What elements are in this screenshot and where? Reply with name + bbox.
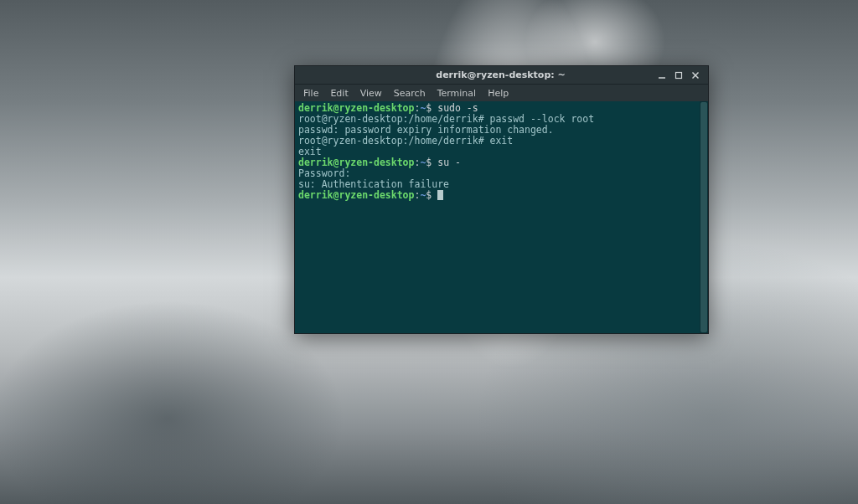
maximize-icon	[675, 71, 683, 80]
menu-view[interactable]: View	[355, 86, 387, 100]
menu-terminal[interactable]: Terminal	[432, 86, 482, 100]
prompt-user: derrik@ryzen-desktop	[298, 102, 414, 114]
menu-file[interactable]: File	[298, 86, 323, 100]
scrollbar-thumb[interactable]	[700, 102, 707, 332]
prompt-symbol: $	[426, 157, 437, 168]
terminal-line: derrik@ryzen-desktop:~$ su -	[298, 157, 705, 168]
window-title: derrik@ryzen-desktop: ~	[347, 69, 654, 80]
prompt-symbol: $	[426, 189, 437, 201]
terminal-line: derrik@ryzen-desktop:~$	[298, 190, 705, 201]
prompt-symbol: $	[426, 102, 437, 114]
minimize-icon	[658, 71, 666, 80]
close-icon	[691, 71, 700, 80]
prompt-user: derrik@ryzen-desktop	[298, 189, 414, 201]
terminal-content-area[interactable]: derrik@ryzen-desktop:~$ sudo -s root@ryz…	[295, 101, 708, 333]
menubar: File Edit View Search Terminal Help	[295, 85, 708, 101]
menu-search[interactable]: Search	[389, 86, 431, 100]
terminal-window: derrik@ryzen-desktop: ~ File Edit	[294, 65, 709, 334]
cursor-icon	[437, 190, 443, 200]
window-titlebar[interactable]: derrik@ryzen-desktop: ~	[295, 66, 708, 85]
close-button[interactable]	[688, 69, 703, 82]
minimize-button[interactable]	[654, 69, 669, 82]
prompt-user: derrik@ryzen-desktop	[298, 157, 414, 168]
command-text: su -	[437, 157, 461, 168]
terminal-line: root@ryzen-desktop:/home/derrik# exit	[298, 136, 705, 147]
command-text: sudo -s	[437, 102, 478, 114]
window-controls	[654, 69, 703, 82]
maximize-button[interactable]	[671, 69, 686, 82]
svg-rect-1	[676, 72, 682, 78]
menu-edit[interactable]: Edit	[325, 86, 353, 100]
scrollbar-track[interactable]	[700, 101, 708, 333]
menu-help[interactable]: Help	[483, 86, 514, 100]
